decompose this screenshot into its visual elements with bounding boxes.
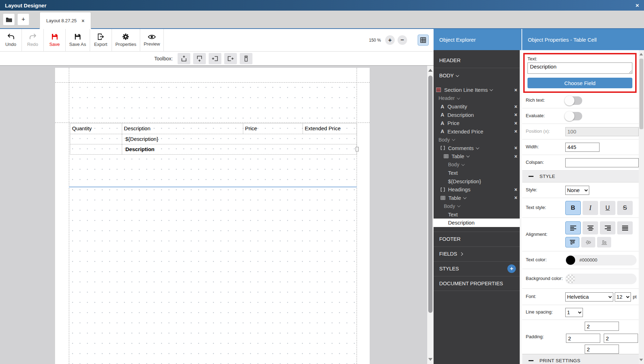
- evaluate-toggle[interactable]: [565, 112, 582, 120]
- padding-left-input[interactable]: [566, 334, 600, 343]
- table-cell-quantity[interactable]: Quantity: [70, 124, 122, 134]
- properties-scrollbar-thumb[interactable]: [639, 59, 643, 129]
- explorer-section-fields[interactable]: FIELDS: [434, 246, 521, 261]
- zoom-out-button[interactable]: −: [398, 35, 407, 45]
- tree-item-table[interactable]: Table×: [434, 152, 521, 161]
- scroll-up-icon[interactable]: [639, 53, 643, 55]
- table-cell-empty[interactable]: [70, 134, 122, 144]
- insert-column-left-button[interactable]: [209, 53, 221, 64]
- width-input[interactable]: [565, 143, 600, 152]
- grid-toggle-button[interactable]: [418, 35, 429, 46]
- insert-row-below-button[interactable]: [193, 53, 206, 64]
- explorer-scrollbar[interactable]: [520, 50, 521, 364]
- close-icon[interactable]: ×: [514, 112, 517, 118]
- delete-cell-button[interactable]: [240, 53, 252, 64]
- scroll-down-icon[interactable]: [639, 359, 643, 361]
- insert-column-right-button[interactable]: [224, 53, 237, 64]
- properties-scrollbar[interactable]: [639, 50, 644, 364]
- preview-button[interactable]: Preview: [140, 29, 164, 51]
- explorer-section-header[interactable]: HEADER: [434, 50, 521, 68]
- font-size-select[interactable]: 12: [615, 292, 631, 302]
- strikethrough-button[interactable]: S: [617, 201, 633, 215]
- close-icon[interactable]: ×: [514, 87, 517, 93]
- new-tab-button[interactable]: +: [18, 14, 29, 25]
- add-style-button[interactable]: +: [507, 264, 516, 273]
- canvas-scrollbar-thumb[interactable]: [428, 76, 433, 313]
- line-spacing-select[interactable]: 1: [565, 308, 583, 317]
- close-icon[interactable]: ×: [514, 154, 517, 159]
- explorer-section-styles[interactable]: STYLES +: [434, 261, 521, 276]
- tree-item-table[interactable]: Table×: [434, 194, 521, 202]
- tree-item-headings[interactable]: Headings×: [434, 185, 521, 194]
- rich-text-toggle[interactable]: [565, 96, 582, 105]
- print-settings-section-bar[interactable]: PRINT SETTINGS: [522, 354, 639, 364]
- colspan-input[interactable]: [565, 158, 639, 167]
- background-color-picker[interactable]: [565, 274, 637, 284]
- underline-button[interactable]: U: [600, 201, 615, 215]
- close-icon[interactable]: ×: [514, 187, 517, 192]
- explorer-section-footer[interactable]: FOOTER: [434, 232, 521, 246]
- close-icon[interactable]: ×: [514, 145, 517, 151]
- table-cell-extended-price[interactable]: Extended Price: [303, 124, 357, 134]
- table-cell-description-field[interactable]: ${Description}: [122, 134, 357, 144]
- design-canvas[interactable]: Quantity Description Price Extended Pric…: [0, 66, 434, 364]
- choose-field-button[interactable]: Choose Field: [527, 78, 632, 88]
- table-cell-empty[interactable]: [70, 144, 122, 154]
- style-select[interactable]: None: [565, 186, 589, 195]
- align-left-button[interactable]: [565, 221, 581, 234]
- app-close-icon[interactable]: ×: [636, 2, 639, 8]
- font-family-select[interactable]: Helvetica: [565, 292, 613, 302]
- tree-item-description[interactable]: ${Description}: [434, 177, 521, 186]
- tree-item-text[interactable]: Text: [434, 169, 521, 177]
- explorer-section-body[interactable]: BODY: [434, 68, 521, 83]
- properties-button[interactable]: Properties: [112, 29, 140, 51]
- table-cell-price[interactable]: Price: [243, 124, 303, 134]
- table-cell-description-selected[interactable]: Description: [122, 144, 357, 154]
- tree-item-section-line-items[interactable]: Section Line Items×: [434, 86, 521, 94]
- tree-item-body[interactable]: Body: [434, 136, 521, 144]
- export-button[interactable]: Export: [90, 29, 112, 51]
- bold-button[interactable]: B: [565, 201, 581, 215]
- tree-item-description[interactable]: Description: [434, 219, 521, 227]
- padding-right-input[interactable]: [604, 334, 638, 343]
- page[interactable]: Quantity Description Price Extended Pric…: [55, 68, 370, 364]
- tree-item-text[interactable]: Text: [434, 210, 521, 219]
- open-layout-button[interactable]: [3, 14, 14, 25]
- zoom-in-button[interactable]: +: [385, 35, 395, 45]
- valign-top-button[interactable]: [565, 237, 579, 247]
- canvas-vertical-scrollbar[interactable]: [427, 66, 434, 364]
- align-center-button[interactable]: [583, 221, 598, 234]
- tree-item-header[interactable]: Header: [434, 94, 521, 103]
- valign-bottom-button[interactable]: [597, 237, 611, 247]
- close-icon[interactable]: ×: [514, 120, 517, 126]
- tree-item-comments[interactable]: Comments×: [434, 144, 521, 153]
- tree-item-body[interactable]: Body: [434, 161, 521, 169]
- redo-button[interactable]: Redo: [22, 29, 44, 51]
- tree-item-price[interactable]: APrice×: [434, 119, 521, 127]
- close-icon[interactable]: ×: [514, 129, 517, 134]
- close-icon[interactable]: ×: [514, 104, 517, 109]
- style-section-bar[interactable]: STYLE: [522, 171, 639, 183]
- tree-item-body[interactable]: Body: [434, 202, 521, 210]
- tree-item-extended-price[interactable]: AExtended Price×: [434, 127, 521, 136]
- insert-row-above-button[interactable]: [178, 53, 190, 64]
- save-as-button[interactable]: Save As: [66, 29, 90, 51]
- valign-middle-button[interactable]: [581, 237, 595, 247]
- padding-top-input[interactable]: [585, 322, 619, 331]
- undo-button[interactable]: Undo: [0, 29, 22, 51]
- tab-close-icon[interactable]: ×: [82, 18, 84, 24]
- tree-item-description[interactable]: ADescription×: [434, 111, 521, 119]
- table-cell-description[interactable]: Description: [122, 124, 243, 134]
- selection-resize-handle[interactable]: [356, 147, 359, 151]
- close-icon[interactable]: ×: [514, 195, 517, 201]
- layout-table[interactable]: Quantity Description Price Extended Pric…: [70, 123, 357, 155]
- text-color-picker[interactable]: #000000: [565, 255, 637, 265]
- padding-bottom-input[interactable]: [585, 345, 619, 354]
- align-justify-button[interactable]: [617, 221, 633, 234]
- tree-item-quantity[interactable]: AQuantity×: [434, 102, 521, 111]
- scroll-up-icon[interactable]: [428, 69, 433, 72]
- italic-button[interactable]: I: [583, 201, 598, 215]
- tab-layout[interactable]: Layout 8.27.25 ×: [40, 12, 91, 29]
- explorer-section-document-properties[interactable]: DOCUMENT PROPERTIES: [434, 276, 521, 291]
- scroll-down-icon[interactable]: [428, 358, 433, 361]
